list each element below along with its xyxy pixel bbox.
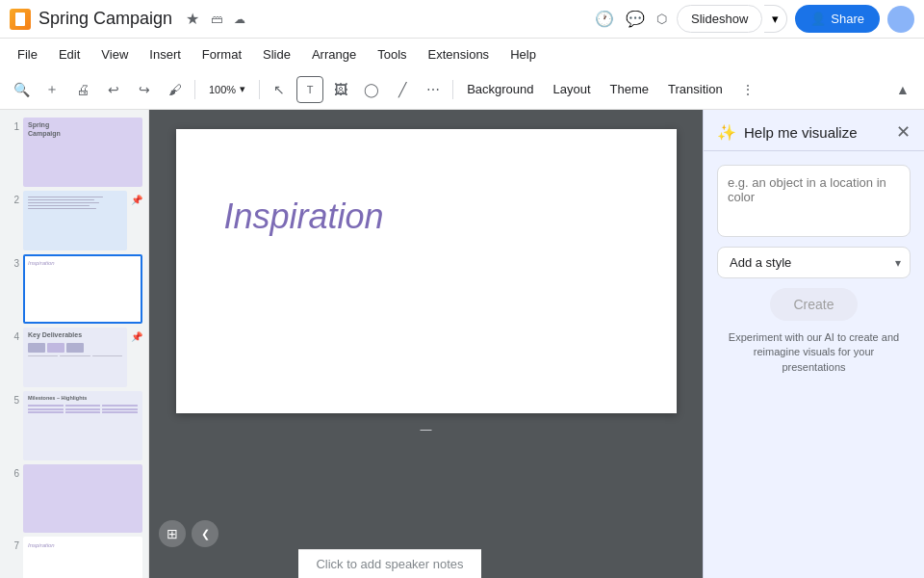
slide-thumb-subtitle: Campaign	[25, 130, 141, 139]
collapse-panel-button[interactable]: ❮	[192, 520, 218, 547]
slide-number: 3	[6, 258, 19, 269]
close-icon[interactable]: ✕	[896, 121, 911, 143]
menu-tools[interactable]: Tools	[368, 43, 416, 66]
create-button[interactable]: Create	[770, 288, 857, 321]
canvas-area: Inspiration — ⊞ ❮ Click to add speaker n…	[149, 110, 703, 578]
list-item[interactable]: 5 Milestones – Highlights	[6, 391, 142, 460]
prompt-textarea[interactable]	[717, 165, 911, 237]
list-item[interactable]: 2 📌	[6, 191, 142, 251]
menu-edit[interactable]: Edit	[49, 43, 90, 66]
slide-main-text[interactable]: Inspiration	[224, 197, 384, 237]
collapse-toolbar-button[interactable]: ▲	[889, 76, 916, 103]
menu-slide[interactable]: Slide	[253, 43, 300, 66]
share-button[interactable]: 👤 Share	[795, 5, 880, 33]
slide-thumb-title: Milestones – Highlights	[25, 393, 141, 403]
share-icon: 👤	[810, 12, 826, 26]
undo-button[interactable]: ↩	[100, 76, 127, 103]
menu-insert[interactable]: Insert	[140, 43, 191, 66]
style-select-wrapper: Add a style ▾	[717, 247, 911, 278]
slide-number: 1	[6, 121, 19, 132]
panel-header: ✨ Help me visualize ✕	[704, 110, 924, 151]
present-options-icon[interactable]: ⬡	[654, 10, 669, 28]
speaker-notes-bar[interactable]: Click to add speaker notes	[298, 549, 481, 578]
pin-icon: 📌	[131, 331, 142, 342]
layout-button[interactable]: Layout	[546, 76, 599, 103]
panel-hint-text: Experiment with our AI to create and rei…	[717, 330, 911, 375]
slide-thumbnail[interactable]: Inspiration	[23, 537, 142, 578]
menu-bar: File Edit View Insert Format Slide Arran…	[0, 39, 924, 69]
transition-button[interactable]: Transition	[660, 76, 731, 103]
document-title[interactable]: Spring Campaign	[38, 9, 172, 29]
right-panel: ✨ Help me visualize ✕ Add a style ▾ Crea…	[703, 110, 924, 578]
menu-format[interactable]: Format	[192, 43, 251, 66]
separator-1	[194, 80, 195, 99]
list-item[interactable]: 4 Key Deliverables 📌	[6, 328, 142, 388]
paint-format-button[interactable]: 🖌	[162, 76, 189, 103]
print-button[interactable]: 🖨	[69, 76, 96, 103]
menu-help[interactable]: Help	[500, 43, 546, 66]
list-item[interactable]: 3 Inspiration	[6, 254, 142, 324]
line-button[interactable]: ╱	[389, 76, 416, 103]
slide-thumb-label: Inspiration	[25, 539, 141, 552]
search-button[interactable]: 🔍	[8, 76, 35, 103]
add-slide-button[interactable]: ＋	[38, 76, 65, 103]
menu-view[interactable]: View	[91, 43, 138, 66]
avatar[interactable]	[887, 6, 914, 33]
menu-extensions[interactable]: Extensions	[419, 43, 500, 66]
style-select[interactable]: Add a style	[717, 247, 911, 278]
slide-thumb-text: Inspiration	[25, 256, 141, 270]
slide-thumbnail[interactable]	[23, 191, 127, 251]
panel-title-row: ✨ Help me visualize	[717, 123, 858, 142]
more-tools-button[interactable]: ⋯	[420, 76, 447, 103]
zoom-dropdown-icon: ▾	[240, 83, 245, 95]
slide-number: 7	[6, 540, 19, 551]
separator-3	[452, 80, 453, 99]
slide-bars	[25, 340, 125, 355]
background-button[interactable]: Background	[459, 76, 541, 103]
grid-view-button[interactable]: ⊞	[159, 520, 186, 547]
slideshow-dropdown-button[interactable]: ▾	[764, 5, 787, 33]
slide-number: 2	[6, 195, 19, 205]
slide-thumbnail[interactable]: Key Deliverables	[23, 328, 127, 388]
slide-thumbnail[interactable]: Inspiration	[23, 254, 142, 324]
wand-icon: ✨	[717, 123, 736, 142]
slide-thumbnail[interactable]: Milestones – Highlights	[23, 391, 142, 460]
history-icon[interactable]: 🕐	[593, 8, 616, 30]
image-button[interactable]: 🖼	[327, 76, 354, 103]
list-item[interactable]: 1 Spring Campaign	[6, 118, 142, 187]
title-bar: Spring Campaign ★ 🗃 ☁ 🕐 💬 ⬡ Slideshow ▾ …	[0, 0, 924, 39]
slide-number: 6	[6, 468, 19, 479]
slide-thumb-title: Key Deliverables	[25, 329, 125, 340]
theme-button[interactable]: Theme	[603, 76, 656, 103]
list-item[interactable]: 6	[6, 464, 142, 534]
slide-number: 4	[6, 331, 19, 342]
toolbar: 🔍 ＋ 🖨 ↩ ↪ 🖌 100% ▾ ↖ T 🖼 ◯ ╱ ⋯ Backgroun…	[0, 69, 924, 110]
star-icon[interactable]: ★	[184, 8, 201, 30]
text-box-button[interactable]: T	[296, 76, 323, 103]
app-icon	[10, 9, 31, 30]
slide-thumbnail[interactable]: Spring Campaign	[23, 118, 142, 187]
pin-icon: 📌	[131, 195, 142, 205]
main-layout: 1 Spring Campaign 2	[0, 110, 924, 578]
comment-icon[interactable]: 💬	[624, 8, 647, 30]
slideshow-button[interactable]: Slideshow	[677, 5, 762, 33]
more-options-button[interactable]: ⋮	[734, 76, 761, 103]
slide-number: 5	[6, 395, 19, 406]
bottom-nav-buttons: ⊞ ❮	[159, 520, 218, 547]
zoom-dropdown[interactable]: 100% ▾	[201, 76, 253, 103]
cloud-icon: ☁	[232, 11, 247, 28]
redo-button[interactable]: ↪	[131, 76, 158, 103]
pointer-button[interactable]: ↖	[266, 76, 293, 103]
panel-title: Help me visualize	[744, 124, 858, 141]
slide-panel: 1 Spring Campaign 2	[0, 110, 149, 578]
separator-2	[259, 80, 260, 99]
menu-arrange[interactable]: Arrange	[302, 43, 366, 66]
panel-body: Add a style ▾ Create Experiment with our…	[704, 151, 924, 388]
shape-button[interactable]: ◯	[358, 76, 385, 103]
menu-file[interactable]: File	[8, 43, 47, 66]
slide-thumb-title: Spring	[25, 119, 141, 130]
list-item[interactable]: 7 Inspiration	[6, 537, 142, 578]
slide-thumbnail[interactable]	[23, 464, 142, 534]
scroll-handle: —	[421, 423, 432, 436]
drive-save-icon: 🗃	[209, 11, 224, 28]
